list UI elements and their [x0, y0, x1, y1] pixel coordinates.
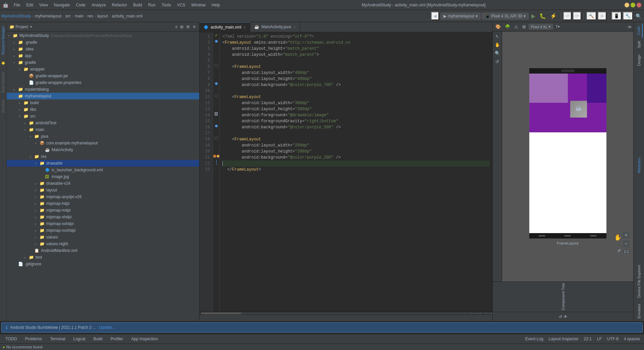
zoom-in-tool[interactable]: 🔍: [494, 50, 501, 57]
tree-item-libs[interactable]: ▸ 📁 libs: [7, 106, 199, 113]
event-log-link[interactable]: Event Log: [524, 337, 545, 341]
expand-icon[interactable]: ≫: [628, 25, 632, 29]
device-dropdown[interactable]: 📱 Pixel 4 XL API 30 ▾: [482, 13, 529, 19]
component-tree-label[interactable]: Component Tree: [560, 282, 567, 312]
menu-run[interactable]: Run: [146, 2, 158, 8]
tree-item-values[interactable]: ▸ 📁 values: [7, 234, 199, 240]
attributes-tab[interactable]: Attributes: [636, 155, 642, 176]
tree-item-app[interactable]: ▸ 📁 app: [7, 52, 199, 59]
fold-marker[interactable]: [215, 94, 218, 97]
tree-item-idea[interactable]: ▸ 📁 .idea: [7, 46, 199, 52]
tree-item-test[interactable]: ▸ 📁 test: [7, 254, 199, 261]
back-button[interactable]: ◀: [431, 12, 439, 20]
select-tool[interactable]: ↖: [494, 33, 500, 40]
menu-refactor[interactable]: Refactor: [109, 2, 130, 8]
menu-edit[interactable]: Edit: [23, 2, 36, 8]
warning-icon[interactable]: ⚠: [513, 24, 520, 30]
favorites-tab[interactable]: ⭐: [1, 59, 6, 68]
tree-item-mainactivity[interactable]: ☕ MainActivity: [7, 146, 199, 153]
layout-inspector-link[interactable]: Layout Inspector: [547, 337, 580, 341]
refresh-tool[interactable]: ↺: [494, 58, 500, 65]
code-content[interactable]: <?xml version="1.0" encoding="utf-8"?> <…: [220, 32, 492, 312]
menu-view[interactable]: View: [37, 2, 51, 8]
zoom-in-button[interactable]: +: [622, 231, 630, 239]
tab-close-button[interactable]: ✕: [293, 25, 296, 29]
refresh-button[interactable]: ↺: [563, 12, 572, 20]
zoom-to-fit-icon[interactable]: ⊞: [521, 24, 527, 30]
build-variants-tab[interactable]: Build Variants: [1, 70, 6, 95]
menu-tools[interactable]: Tools: [159, 2, 174, 8]
breakpoint-dot[interactable]: [215, 125, 218, 127]
menu-vcs[interactable]: VCS: [174, 2, 188, 8]
tree-item-gradle[interactable]: ▸ 📁 .gradle: [7, 39, 199, 46]
tree-item-src[interactable]: ▾ 📁 src: [7, 113, 199, 120]
tree-item-mipmap-mdpi[interactable]: ▸ 📁 mipmap-mdpi: [7, 207, 199, 214]
tree-item-mipmap-xhdpi[interactable]: ▸ 📁 mipmap-xhdpi: [7, 214, 199, 220]
emulator-tab[interactable]: Emulator: [636, 301, 642, 321]
breadcrumb-layout[interactable]: layout: [97, 14, 108, 18]
tree-item-ic-launcher[interactable]: 🔷 ic_launcher_background.xml: [7, 167, 199, 173]
code-view-tab[interactable]: Code: [635, 24, 643, 38]
profiler-tab[interactable]: Profiler: [108, 336, 126, 342]
component-tree-icon[interactable]: 🌳: [503, 24, 512, 30]
todo-tab[interactable]: TODO: [3, 336, 19, 342]
tree-item-wrapper-jar[interactable]: 📦 gradle-wrapper.jar: [7, 73, 199, 79]
tree-item-layout[interactable]: ▸ 📁 layout: [7, 187, 199, 193]
tree-item-myframelayout[interactable]: ▾ 📁 myframelayout: [7, 93, 199, 99]
tree-item-mipmap-xxxhdpi[interactable]: ▸ 📁 mipmap-xxxhdpi: [7, 227, 199, 234]
menu-navigate[interactable]: Navigate: [51, 2, 72, 8]
breadcrumb-project[interactable]: MyAndroidStudy: [1, 14, 31, 18]
position-indicator[interactable]: 22:1: [583, 337, 593, 341]
collapse-all-icon[interactable]: ≡: [174, 24, 178, 30]
tree-item-gradle-folder[interactable]: ▾ 📁 gradle: [7, 59, 199, 66]
menu-help[interactable]: Help: [209, 2, 223, 8]
tree-item-mipmap-hdpi[interactable]: ▸ 📁 mipmap-hdpi: [7, 200, 199, 207]
tree-item-main[interactable]: ▾ 📁 main: [7, 126, 199, 133]
refresh-preview-icon[interactable]: ↺: [559, 314, 562, 319]
tree-item-mipmap-anydpi[interactable]: ▸ 📁 mipmap-anydpi-v26: [7, 193, 199, 200]
tab-mainactivity[interactable]: ☕ MainActivity.java ✕: [250, 22, 300, 32]
breadcrumb-main[interactable]: main: [75, 14, 84, 18]
tree-item-gitignore[interactable]: 📄 .gitignore: [7, 261, 199, 267]
encoding-indicator[interactable]: UTF-8: [606, 337, 620, 341]
update-link[interactable]: Update...: [99, 325, 115, 330]
tree-item-root[interactable]: ▾ 📁 MyAndroidStudy D:\project\AndroidStu…: [7, 32, 199, 39]
horizontal-scrollbar[interactable]: FrameLayout: [200, 312, 492, 314]
sync-button[interactable]: ⟳: [573, 12, 581, 20]
problems-tab[interactable]: Problems: [22, 336, 45, 342]
eye-icon[interactable]: 👁: [564, 314, 568, 319]
close-button[interactable]: [637, 3, 641, 7]
project-dropdown-arrow[interactable]: ▾: [30, 25, 32, 29]
minimize-button[interactable]: [625, 3, 629, 7]
breadcrumb-file[interactable]: activity_main.xml: [112, 14, 142, 18]
tree-item-values-night[interactable]: ▸ 📁 values-night: [7, 240, 199, 247]
tree-item-java[interactable]: ▾ 📁 java: [7, 133, 199, 140]
structure-tab[interactable]: Structure: [1, 97, 6, 116]
menu-code[interactable]: Code: [73, 2, 88, 8]
menu-build[interactable]: Build: [130, 2, 145, 8]
breadcrumb-src[interactable]: src: [65, 14, 71, 18]
breadcrumb-res[interactable]: res: [88, 14, 93, 18]
avd-button[interactable]: 📱: [611, 12, 622, 20]
filter-icon[interactable]: ⚙: [185, 24, 191, 30]
debug-button[interactable]: 🐛: [538, 12, 547, 20]
breakpoint-orange[interactable]: [217, 155, 219, 158]
tree-item-myalertdialog[interactable]: ▸ 📁 myalertdialog: [7, 86, 199, 93]
close-panel-icon[interactable]: ✕: [192, 24, 197, 30]
settings-button[interactable]: ⚙: [598, 12, 606, 20]
breadcrumb-module[interactable]: myframelayout: [35, 14, 61, 18]
split-view-tab[interactable]: Split: [636, 38, 642, 51]
app-inspection-tab[interactable]: App Inspection: [128, 336, 160, 342]
run-config-dropdown[interactable]: ▶ myframelayout ▾: [440, 13, 481, 19]
breakpoint-dot[interactable]: [215, 40, 218, 43]
indent-indicator[interactable]: 4 spaces: [623, 337, 641, 341]
device-preview-dropdown[interactable]: Pixel 4 XL ▾: [529, 24, 553, 30]
tree-item-drawable-v24[interactable]: ▸ 📁 drawable-v24: [7, 180, 199, 187]
tree-item-androidmanifest[interactable]: 📋 AndroidManifest.xml: [7, 247, 199, 254]
build-button[interactable]: 🔨: [586, 12, 596, 20]
pan-tool[interactable]: ✋: [494, 41, 501, 48]
device-file-explorer-tab[interactable]: Device File Explorer: [636, 262, 642, 300]
sdk-button[interactable]: 🔧: [623, 12, 633, 20]
tree-item-drawable[interactable]: ▾ 📁 drawable: [7, 160, 199, 167]
fold-marker[interactable]: [215, 64, 218, 67]
